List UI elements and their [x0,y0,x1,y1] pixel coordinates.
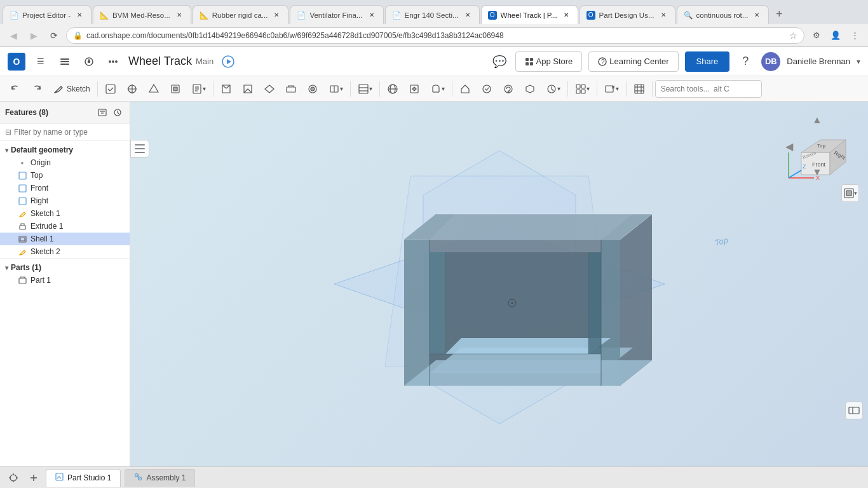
tab-close-3[interactable]: ✕ [271,10,281,20]
sketch-button[interactable]: Sketch [48,79,95,99]
tree-item-shell1[interactable]: Shell 1 [0,233,130,245]
redo-button[interactable] [27,79,47,99]
tab-wheel-track[interactable]: O Wheel Track | P... ✕ [481,5,578,24]
tree-group-parts[interactable]: ▾ Parts (1) [0,261,130,274]
tab-part-studio[interactable]: Part Studio 1 [46,469,121,487]
doc-branch: Main [196,57,214,66]
toolbar-icon-btn-6[interactable] [216,79,236,99]
user-dropdown-icon[interactable]: ▾ [857,57,860,66]
toolbar-icon-btn-13[interactable] [383,79,403,99]
header-settings2-button[interactable] [80,53,98,71]
toolbar-icon-btn-9[interactable] [281,79,301,99]
toolbar-icon-btn-7[interactable] [238,79,258,99]
tree-item-part1[interactable]: Part 1 [0,274,130,287]
bottom-add-button[interactable] [25,470,42,486]
tree-item-sketch2[interactable]: Sketch 2 [0,245,130,258]
comment-button[interactable]: 💬 [490,52,509,71]
toolbar-divider-5 [452,81,452,97]
bottom-settings-button[interactable] [5,470,22,486]
toolbar-icon-btn-3[interactable] [144,79,164,99]
tab-engr[interactable]: 📄 Engr 140 Secti... ✕ [385,5,480,24]
tree-item-top[interactable]: Top [0,169,130,182]
toolbar-icon-btn-5[interactable]: ▾ [187,79,210,99]
share-button[interactable]: Share [685,51,730,72]
tree-item-label-top: Top [31,171,43,180]
lock-icon: 🔒 [73,31,83,40]
toolbar-icon-btn-18[interactable] [498,79,519,99]
tab-part-design[interactable]: O Part Design Us... ✕ [580,5,675,24]
cube-nav-left[interactable]: ◀ [785,140,793,152]
toolbar-icon-btn-19[interactable] [520,79,540,99]
toolbar-icon-btn-20[interactable]: ▾ [541,79,565,99]
toolbar-icon-btn-4[interactable] [165,79,186,99]
tab-close-8[interactable]: ✕ [752,10,762,20]
learning-center-button[interactable]: ? Learning Center [588,51,678,72]
search-tools-input[interactable] [655,80,762,98]
filter-input[interactable] [14,128,125,137]
new-tab-button[interactable]: + [770,5,788,23]
tab-ventilator[interactable]: 📄 Ventilator Fina... ✕ [290,5,383,24]
svg-point-115 [10,475,17,481]
app-store-button[interactable]: App Store [515,51,583,72]
toolbar-icon-btn-21[interactable]: ▾ [571,79,594,99]
tree-item-extrude1[interactable]: Extrude 1 [0,220,130,233]
header-settings1-button[interactable] [56,53,74,71]
tree-item-origin[interactable]: ● Origin [0,156,130,169]
forward-button[interactable]: ▶ [25,27,42,44]
tab-rubber[interactable]: 📐 Rubber rigid ca... ✕ [193,5,289,24]
undo-button[interactable] [5,79,25,99]
toolbar-icon-btn-11[interactable]: ▾ [324,79,348,99]
svg-text:?: ? [601,58,605,65]
tab-close-2[interactable]: ✕ [174,10,184,20]
features-filter-icon[interactable] [95,105,109,119]
cube-nav-up[interactable]: ▲ [812,114,822,126]
tree-group-default-geometry[interactable]: ▾ Default geometry [0,144,130,156]
tab-close-6[interactable]: ✕ [561,10,571,20]
more-button[interactable]: ⋮ [846,27,863,44]
group-chevron: ▾ [5,147,8,154]
toolbar-icon-btn-15[interactable]: ▾ [426,79,449,99]
hamburger-button[interactable]: ☰ [32,53,50,71]
toolbar-icon-btn-12[interactable]: ▾ [353,79,377,99]
extensions-button[interactable]: ⚙ [808,27,825,44]
toolbar-icon-btn-22[interactable]: ▾ [600,79,623,99]
toolbar-icon-btn-10[interactable] [302,79,323,99]
back-button[interactable]: ◀ [5,27,22,44]
toolbar-icon-btn-17[interactable] [477,79,497,99]
tab-project-editor[interactable]: 📄 Project Editor - ✕ [3,5,92,24]
tab-assembly-1[interactable]: Assembly 1 [125,469,195,487]
help-button[interactable]: ? [736,52,755,71]
cube-nav-down[interactable]: ▼ [812,166,822,178]
tree-item-sketch1[interactable]: Sketch 1 [0,207,130,220]
svg-rect-51 [606,86,613,92]
tab-close-4[interactable]: ✕ [367,10,377,20]
toolbar-icon-btn-16[interactable] [455,79,475,99]
header-more-button[interactable] [104,53,122,71]
left-panel: Features (8) ⊟ ▾ Default geometry ● [0,102,130,466]
user-avatar[interactable]: DB [761,52,780,71]
address-bar[interactable]: 🔒 cad.onshape.com/documents/0fb1d14b4921… [66,27,804,44]
toolbar-icon-btn-8[interactable] [259,79,280,99]
right-panel-icon[interactable] [845,402,863,419]
tree-item-right[interactable]: Right [0,194,130,207]
toolbar-icon-btn-1[interactable] [100,79,121,99]
tab-close-1[interactable]: ✕ [74,10,85,20]
parts-chevron: ▾ [5,264,8,271]
fit-all-button[interactable] [629,79,649,99]
tab-continuous[interactable]: 🔍 continuous rot... ✕ [677,5,770,24]
features-history-icon[interactable] [111,105,125,119]
view-mode-button[interactable]: ▾ [841,184,859,202]
svg-rect-50 [581,90,585,93]
profile-button[interactable]: 👤 [827,27,844,44]
reload-button[interactable]: ⟳ [46,27,62,44]
tab-close-5[interactable]: ✕ [463,10,473,20]
tutorial-icon[interactable] [220,53,236,70]
toolbar-divider-8 [626,81,627,97]
tree-item-label-extrude1: Extrude 1 [31,222,63,231]
tab-bvm[interactable]: 📐 BVM Med-Reso... ✕ [93,5,191,24]
tab-close-7[interactable]: ✕ [658,10,668,20]
toolbar-icon-btn-14[interactable] [404,79,424,99]
user-name[interactable]: Danielle Brennan [787,57,850,66]
tree-item-front[interactable]: Front [0,182,130,194]
toolbar-icon-btn-2[interactable] [122,79,142,99]
